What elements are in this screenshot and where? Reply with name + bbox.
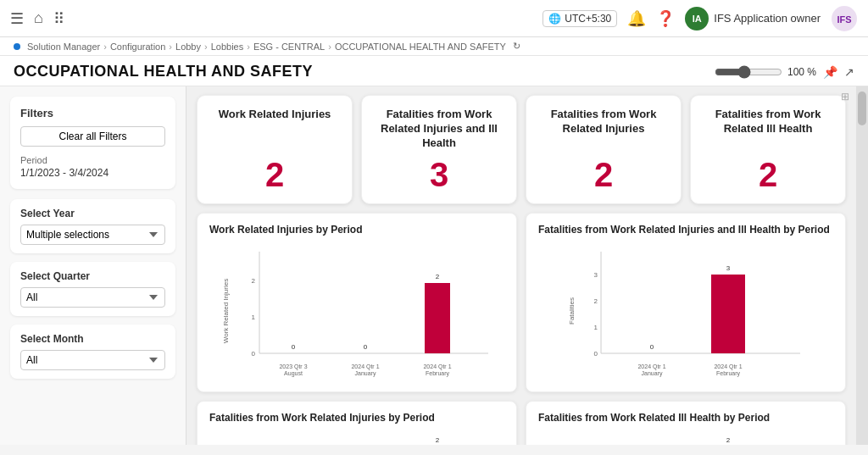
bar-fat-2	[711, 275, 745, 353]
breadcrumb-item[interactable]: Lobby	[175, 42, 201, 52]
top-navigation: ☰ ⌂ ⠿ 🌐 UTC+5:30 🔔 ❓ IA IFS Application …	[0, 0, 868, 37]
month-filter-title: Select Month	[20, 333, 165, 345]
scrollbar-thumb[interactable]	[858, 92, 866, 125]
svg-text:1: 1	[252, 314, 256, 321]
svg-text:2024 Qtr 1: 2024 Qtr 1	[351, 363, 379, 370]
svg-text:1: 1	[594, 324, 598, 331]
quarter-select[interactable]: All	[20, 287, 165, 308]
filter-box: Filters Clear all Filters Period 1/1/202…	[10, 97, 175, 189]
svg-text:2: 2	[436, 436, 440, 444]
svg-text:0: 0	[252, 350, 256, 358]
period-value: 1/1/2023 - 3/4/2024	[20, 167, 165, 179]
bottom-chart-svg-2: 2	[538, 432, 833, 445]
svg-text:3: 3	[726, 264, 731, 272]
user-badge[interactable]: IA IFS Application owner	[685, 7, 821, 31]
expand-icon[interactable]: ↗	[844, 65, 854, 79]
refresh-icon[interactable]: ↻	[513, 41, 520, 52]
svg-text:February: February	[716, 370, 741, 377]
year-filter-section: Select Year Multiple selections	[10, 199, 175, 253]
avatar: IA	[685, 7, 709, 31]
zoom-text: 100 %	[787, 66, 816, 78]
svg-text:January: January	[355, 370, 376, 377]
stat-card-value-4: 2	[759, 158, 777, 191]
main-layout: Filters Clear all Filters Period 1/1/202…	[0, 86, 868, 445]
svg-text:February: February	[426, 370, 450, 377]
year-select[interactable]: Multiple selections	[20, 225, 165, 245]
svg-text:January: January	[642, 370, 663, 377]
breadcrumb-item[interactable]: Lobbies	[211, 42, 244, 52]
svg-text:2: 2	[252, 277, 256, 285]
svg-text:2: 2	[726, 436, 731, 444]
ifs-logo: IFS	[831, 5, 858, 32]
svg-text:IFS: IFS	[837, 14, 851, 25]
stat-card-title-2: Fatalities from Work Related Injuries an…	[376, 108, 503, 151]
filter-title: Filters	[20, 107, 165, 119]
bottom-chart-title-1: Fatalities from Work Related Injuries by…	[209, 412, 504, 425]
ifs-logo-icon: IFS	[831, 5, 858, 32]
right-scrollbar[interactable]	[856, 86, 868, 445]
page-header: OCCUPATIONAL HEALTH AND SAFETY 100 % 📌 ↗	[0, 56, 868, 86]
stat-card-value-1: 2	[265, 158, 284, 191]
utc-text: UTC+5:30	[565, 13, 611, 25]
user-name: IFS Application owner	[714, 12, 821, 25]
stat-card-fatalities-injuries: Fatalities from Work Related Injuries 2	[526, 95, 682, 204]
bar-3	[425, 283, 450, 353]
nav-left: ☰ ⌂ ⠿	[10, 9, 64, 28]
bottom-chart-title-2: Fatalities from Work Related Ill Health …	[538, 412, 833, 425]
header-right: 100 % 📌 ↗	[715, 65, 854, 79]
pin-icon[interactable]: 📌	[823, 65, 837, 79]
quarter-filter-section: Select Quarter All	[10, 262, 175, 316]
svg-text:0: 0	[594, 350, 598, 358]
help-icon[interactable]: ❓	[656, 9, 675, 28]
stat-card-work-related-injuries: Work Related Injuries 2	[197, 95, 353, 204]
chart-title-1: Work Related Injuries by Period	[209, 224, 504, 237]
svg-text:2024 Qtr 1: 2024 Qtr 1	[714, 363, 742, 370]
year-filter-title: Select Year	[20, 208, 165, 219]
content-wrapper: ⊞ Work Related Injuries 2 Fatalities fro…	[186, 86, 856, 445]
zoom-slider[interactable]	[715, 65, 782, 79]
chart-title-2: Fatalities from Work Related Injuries an…	[538, 224, 833, 237]
bottom-chart-health: Fatalities from Work Related Ill Health …	[526, 401, 846, 445]
svg-text:0: 0	[364, 343, 368, 351]
svg-text:2: 2	[594, 297, 598, 305]
y-axis-label-1: Work Related Injuries	[222, 279, 230, 343]
globe-icon: 🌐	[548, 13, 561, 25]
svg-text:0: 0	[292, 343, 296, 351]
svg-text:2: 2	[436, 273, 440, 280]
svg-text:August: August	[284, 370, 303, 377]
month-filter-section: Select Month All	[10, 325, 175, 379]
chart-work-injuries-period: Work Related Injuries by Period Work Rel…	[197, 213, 517, 393]
bell-icon[interactable]: 🔔	[627, 9, 646, 28]
expand-area: ⊞	[841, 90, 849, 103]
stat-cards-row: Work Related Injuries 2 Fatalities from …	[197, 95, 846, 204]
stat-card-fatalities-health: Fatalities from Work Related Ill Health …	[690, 95, 846, 204]
nav-right: 🌐 UTC+5:30 🔔 ❓ IA IFS Application owner …	[542, 5, 858, 32]
breadcrumb: Solution Manager › Configuration › Lobby…	[0, 37, 868, 56]
svg-text:Fatalities: Fatalities	[568, 297, 576, 325]
svg-text:2024 Qtr 1: 2024 Qtr 1	[637, 363, 665, 370]
chart-svg-2: Fatalities 0 1 2 3 0 2024 Qtr 1 Januar	[538, 243, 833, 379]
breadcrumb-item[interactable]: Solution Manager	[27, 42, 100, 52]
utc-badge: 🌐 UTC+5:30	[542, 10, 617, 27]
breadcrumb-item[interactable]: ESG - CENTRAL	[253, 42, 325, 52]
zoom-bar: 100 %	[715, 65, 816, 79]
svg-text:2023 Qtr 3: 2023 Qtr 3	[279, 363, 307, 370]
clear-filters-button[interactable]: Clear all Filters	[20, 126, 165, 147]
stat-card-fatalities-injuries-health: Fatalities from Work Related Injuries an…	[361, 95, 517, 204]
bottom-chart-injuries: Fatalities from Work Related Injuries by…	[197, 401, 517, 445]
home-icon[interactable]: ⌂	[34, 9, 43, 27]
hamburger-icon[interactable]: ☰	[10, 9, 24, 28]
breadcrumb-item[interactable]: Configuration	[110, 42, 165, 52]
chart-svg-1: Work Related Injuries 0 1 2 0 2023 Qtr 3	[209, 243, 504, 379]
svg-text:2024 Qtr 1: 2024 Qtr 1	[423, 363, 451, 370]
month-select[interactable]: All	[20, 350, 165, 370]
stat-card-value-3: 2	[594, 158, 613, 191]
fullscreen-icon[interactable]: ⊞	[841, 91, 849, 103]
breadcrumb-item-current: OCCUPATIONAL HEALTH AND SAFETY	[335, 42, 506, 52]
stat-card-title-4: Fatalities from Work Related Ill Health	[704, 108, 832, 136]
period-label: Period	[20, 155, 165, 165]
grid-icon[interactable]: ⠿	[53, 9, 64, 28]
sidebar: Filters Clear all Filters Period 1/1/202…	[0, 86, 186, 445]
bottom-chart-svg-1: 2	[209, 432, 504, 445]
page-title: OCCUPATIONAL HEALTH AND SAFETY	[14, 63, 313, 80]
